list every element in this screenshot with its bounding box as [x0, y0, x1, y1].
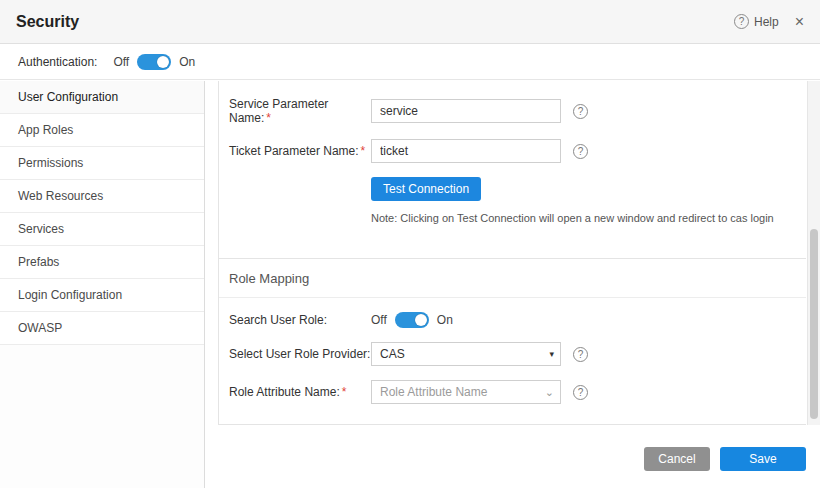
content-area: Service Parameter Name:* ? Ticket Parame…	[205, 81, 820, 488]
search-user-role-toggle[interactable]	[395, 312, 429, 328]
help-label: Help	[754, 15, 779, 29]
page-title: Security	[16, 13, 79, 31]
role-mapping-section: Role Mapping Search User Role: Off On Se…	[219, 258, 806, 404]
authentication-bar: Authentication: Off On	[0, 44, 820, 80]
body: User Configuration App Roles Permissions…	[0, 81, 820, 488]
ticket-parameter-input[interactable]	[371, 139, 561, 163]
test-connection-note: Note: Clicking on Test Connection will o…	[371, 212, 806, 224]
service-parameter-row: Service Parameter Name:* ?	[229, 97, 806, 125]
service-parameter-input[interactable]	[371, 99, 561, 123]
role-attribute-help-icon[interactable]: ?	[573, 385, 588, 400]
required-asterisk: *	[266, 111, 271, 125]
user-role-provider-row: Select User Role Provider: CAS ▾ ?	[229, 342, 806, 366]
cancel-button[interactable]: Cancel	[644, 447, 710, 471]
sidebar-item-prefabs[interactable]: Prefabs	[0, 246, 204, 279]
sidebar-item-permissions[interactable]: Permissions	[0, 147, 204, 180]
vertical-scrollbar[interactable]	[807, 81, 820, 425]
authentication-off-label: Off	[113, 55, 129, 69]
close-icon[interactable]: ×	[795, 14, 804, 30]
ticket-parameter-label: Ticket Parameter Name:*	[229, 144, 371, 158]
header: Security ? Help ×	[0, 0, 820, 44]
role-attribute-row: Role Attribute Name:* Role Attribute Nam…	[229, 380, 806, 404]
dropdown-arrow-icon: ▾	[549, 349, 554, 359]
service-parameter-help-icon[interactable]: ?	[573, 104, 588, 119]
search-user-role-off-label: Off	[371, 313, 387, 327]
role-mapping-title: Role Mapping	[219, 259, 806, 298]
sidebar: User Configuration App Roles Permissions…	[0, 81, 205, 488]
sidebar-item-app-roles[interactable]: App Roles	[0, 114, 204, 147]
ticket-parameter-help-icon[interactable]: ?	[573, 144, 588, 159]
sidebar-item-login-configuration[interactable]: Login Configuration	[0, 279, 204, 312]
service-parameter-label: Service Parameter Name:*	[229, 97, 371, 125]
toggle-knob	[415, 314, 427, 326]
search-user-role-on-label: On	[437, 313, 453, 327]
user-role-provider-select[interactable]: CAS ▾	[371, 342, 561, 366]
required-asterisk: *	[342, 385, 347, 399]
help-icon: ?	[734, 14, 749, 29]
sidebar-item-services[interactable]: Services	[0, 213, 204, 246]
scrollbar-thumb[interactable]	[810, 229, 818, 419]
form-panel: Service Parameter Name:* ? Ticket Parame…	[218, 81, 806, 425]
authentication-toggle[interactable]	[137, 54, 171, 70]
header-actions: ? Help ×	[734, 14, 804, 30]
authentication-on-label: On	[179, 55, 195, 69]
role-attribute-label: Role Attribute Name:*	[229, 385, 371, 399]
sidebar-item-owasp[interactable]: OWASP	[0, 312, 204, 345]
required-asterisk: *	[361, 144, 366, 158]
search-user-role-label: Search User Role:	[229, 313, 371, 327]
security-page: Security ? Help × Authentication: Off On…	[0, 0, 820, 488]
ticket-parameter-row: Ticket Parameter Name:* ?	[229, 139, 806, 163]
sidebar-item-user-configuration[interactable]: User Configuration	[0, 81, 204, 114]
footer-actions: Cancel Save	[644, 447, 806, 471]
user-role-provider-label: Select User Role Provider:	[229, 347, 371, 361]
authentication-label: Authentication:	[18, 55, 97, 69]
role-attribute-select[interactable]: Role Attribute Name ⌄	[371, 380, 561, 404]
help-button[interactable]: ? Help	[734, 14, 779, 29]
test-connection-button[interactable]: Test Connection	[371, 177, 481, 201]
user-role-provider-help-icon[interactable]: ?	[573, 347, 588, 362]
search-user-role-row: Search User Role: Off On	[229, 312, 806, 328]
sidebar-item-web-resources[interactable]: Web Resources	[0, 180, 204, 213]
toggle-knob	[157, 56, 169, 68]
save-button[interactable]: Save	[720, 447, 806, 471]
dropdown-chevron-icon: ⌄	[545, 386, 554, 399]
